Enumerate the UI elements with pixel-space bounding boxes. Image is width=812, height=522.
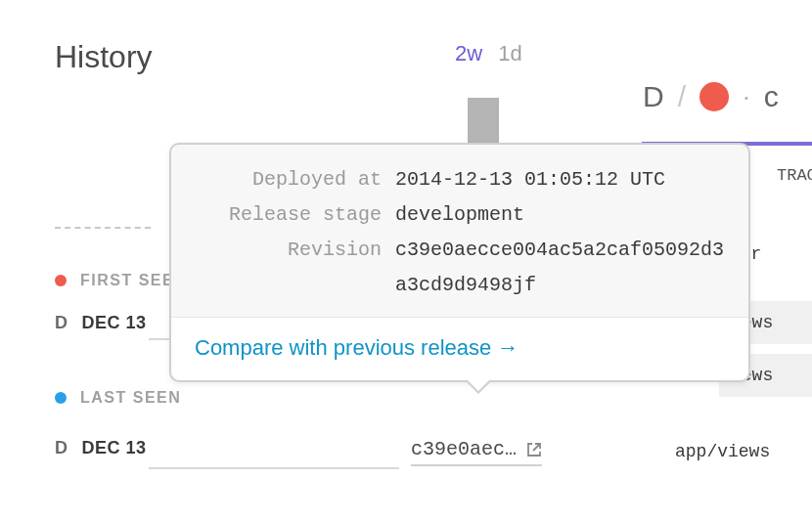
last-seen-label: LAST SEEN [55,389,181,407]
tooltip-body: Deployed at 2014-12-13 01:05:12 UTC Rele… [171,145,748,317]
separator-slash: / [678,80,686,113]
tooltip-row-deployed-at: Deployed at 2014-12-13 01:05:12 UTC [195,162,725,197]
first-seen-dot-icon [55,275,67,286]
revision-short-text: c39e0aec… [411,438,517,460]
tooltip-row-release-stage: Release stage development [195,197,725,233]
tooltip-arrow-icon [465,380,492,394]
code-fragment-path: app/views [675,430,770,473]
page-title: History [55,39,153,75]
status-dot-icon [699,82,729,111]
first-seen-label: FIRST SEEN [55,272,187,289]
first-seen-date-row: D DEC 13 [55,313,147,333]
trace-label-fragment: TRAC [777,166,812,185]
last-seen-badge: D [55,438,68,458]
last-seen-underline [149,467,399,469]
last-seen-date-row: D DEC 13 [55,438,147,458]
separator-dot: · [743,81,750,112]
compare-release-link[interactable]: Compare with previous release → [195,335,519,360]
tooltip-val-release-stage: development [395,197,725,233]
tooltip-key-revision: Revision [195,233,395,303]
timerange-selector: 2w 1d [455,41,522,66]
tooltip-footer: Compare with previous release → [171,317,748,380]
timerange-option-2w[interactable]: 2w [455,41,482,65]
deploy-tooltip: Deployed at 2014-12-13 01:05:12 UTC Rele… [169,143,750,382]
last-seen-dot-icon [55,392,67,404]
tooltip-val-revision: c39e0aecce004ac5a2caf05092d3a3cd9d9498jf [395,233,725,303]
first-seen-badge: D [55,313,68,333]
tooltip-anchor [468,98,499,147]
first-seen-date: DEC 13 [82,313,147,333]
tooltip-key-release-stage: Release stage [195,197,395,233]
tooltip-key-deployed-at: Deployed at [195,162,395,197]
last-seen-text: LAST SEEN [80,389,181,407]
project-letter: D [643,80,664,113]
context-fragment: c [764,80,779,113]
tooltip-row-revision: Revision c39e0aecce004ac5a2caf05092d3a3c… [195,233,725,303]
timerange-option-1d[interactable]: 1d [498,41,521,65]
right-header: D / · c [643,80,779,113]
external-link-icon [526,442,542,457]
tooltip-val-deployed-at: 2014-12-13 01:05:12 UTC [395,162,725,197]
divider [55,227,151,229]
last-seen-date: DEC 13 [82,438,147,458]
revision-short-link[interactable]: c39e0aec… [411,438,542,466]
